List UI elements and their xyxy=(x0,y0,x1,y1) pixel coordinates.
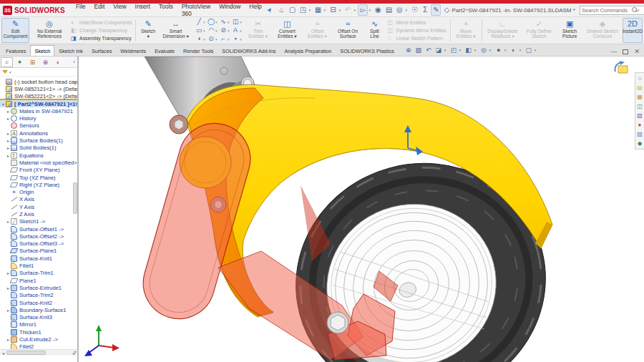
dot-dropdown-icon[interactable]: ▾ xyxy=(240,37,243,41)
expander-icon[interactable]: ▸ xyxy=(6,109,11,114)
zoom-to-area-icon[interactable]: ▧ xyxy=(414,47,423,54)
tab-evaluate[interactable]: Evaluate xyxy=(150,45,179,56)
apply-scene-icon[interactable]: ◐ xyxy=(509,47,518,54)
point-dropdown-icon[interactable]: ▾ xyxy=(215,37,218,41)
expander-icon[interactable]: ▸ xyxy=(6,131,11,136)
tree-item-sw-0852121-1-default[interactable]: SW-0852121<1> -> (Default) xyxy=(0,85,77,92)
design-library-icon[interactable]: ▦ xyxy=(635,92,644,102)
view-settings-icon[interactable]: ▢ xyxy=(525,47,533,54)
tree-item-surface-plane1[interactable]: Surface-Plane1 xyxy=(0,248,77,255)
text-icon[interactable]: A xyxy=(231,26,240,34)
tree-item-boundary-surface1[interactable]: ▸Boundary-Surface1 xyxy=(0,306,77,313)
apply-scene-dropdown-icon[interactable]: ▾ xyxy=(519,48,523,52)
split-line-button[interactable]: ∿Split Line xyxy=(364,18,384,43)
tab-sketch[interactable]: Sketch xyxy=(30,45,54,56)
configuration-manager-tab[interactable]: ⊞ xyxy=(26,57,39,67)
instant2d-button[interactable]: 2DInstant2D xyxy=(623,18,643,43)
zoom-to-fit-icon[interactable]: ⊕ xyxy=(404,47,413,54)
rectangle-icon[interactable]: ▭ xyxy=(195,26,203,34)
tree-horizontal-scrollbar[interactable]: ◂ ▸ xyxy=(0,349,77,356)
equations-button[interactable]: Σ xyxy=(420,5,430,15)
tree-item-plane1[interactable]: Plane1 xyxy=(0,277,77,284)
doc-restore-button[interactable] xyxy=(623,49,628,54)
tab-solidworks-plastics[interactable]: SOLIDWORKS Plastics xyxy=(336,45,398,56)
menu-help[interactable]: Help xyxy=(245,1,265,19)
ellipse-dropdown-icon[interactable]: ▾ xyxy=(228,29,230,33)
select-button[interactable]: ▻ xyxy=(358,4,368,16)
line-dropdown-icon[interactable]: ▾ xyxy=(203,20,206,24)
slot-icon[interactable]: ◖ xyxy=(195,35,203,43)
tree-item-cut-extrude2[interactable]: ▸Cut-Extrude2 -> xyxy=(0,336,77,343)
graphics-viewport[interactable]: ⌂▤▦◫▧●▨◆ xyxy=(79,57,644,362)
tree-item-equations[interactable]: ▸ΣEquations xyxy=(0,152,77,159)
view-orientation-dropdown-icon[interactable]: ▾ xyxy=(459,48,463,52)
menu-insert[interactable]: Insert xyxy=(132,1,154,19)
expander-icon[interactable]: ▸ xyxy=(6,285,11,290)
tree-item-z-axis[interactable]: Z Axis xyxy=(0,210,77,217)
expander-icon[interactable]: ▸ xyxy=(6,270,11,275)
save-dropdown-icon[interactable]: ▾ xyxy=(323,8,327,12)
tree-scroll-up-icon[interactable]: ▴ xyxy=(72,79,78,84)
tree-item-surface-bodies-1[interactable]: ▸Surface Bodies(1) xyxy=(0,137,77,144)
tree-item-sketch1[interactable]: ▸╱Sketch1 -> xyxy=(0,218,77,225)
menu-tools[interactable]: Tools xyxy=(155,1,177,19)
tree-item-surface-offset1[interactable]: Surface-Offset1 -> xyxy=(0,225,77,233)
tree-item-right-yz-plane[interactable]: Right (YZ Plane) xyxy=(0,181,77,188)
tree-item-fillet1[interactable]: Fillet1 xyxy=(0,262,77,269)
solidworks-resources-icon[interactable]: ▤ xyxy=(635,83,644,92)
tree-item-socket-button-head-cap-screw[interactable]: (-) socket button head cap screw xyxy=(0,78,77,85)
home-button[interactable]: ⌂ xyxy=(276,5,286,15)
search-dropdown-icon[interactable]: ▾ xyxy=(638,8,640,12)
tree-item-surface-extrude1[interactable]: ▸Surface-Extrude1 xyxy=(0,284,77,291)
filter-dropdown-icon[interactable]: ▾ xyxy=(9,70,11,74)
appearances-scenes-icon[interactable]: ● xyxy=(635,120,644,129)
spline-dropdown-icon[interactable]: ▾ xyxy=(228,20,230,24)
menu-photoview-360[interactable]: PhotoView 360 xyxy=(178,1,214,19)
slot-dropdown-icon[interactable]: ▾ xyxy=(203,37,206,41)
graphics-area[interactable] xyxy=(79,57,644,362)
offset-on-surface-button[interactable]: ≈Offset On Surface xyxy=(333,18,364,43)
tree-item-thicken1[interactable]: Thicken1 xyxy=(0,328,77,336)
open-dropdown-icon[interactable]: ▾ xyxy=(308,8,312,12)
menu-window[interactable]: Window xyxy=(215,1,244,19)
hide-show-items-dropdown-icon[interactable]: ▾ xyxy=(489,48,493,52)
file-properties-button[interactable]: ▤ xyxy=(384,5,394,15)
tree-item-top-xz-plane[interactable]: Top (XZ Plane) xyxy=(0,174,77,181)
display-style-icon[interactable]: ◧ xyxy=(464,47,473,54)
point-icon[interactable]: ⊙ xyxy=(207,35,215,43)
tree-item-front-xy-plane[interactable]: Front (XY Plane) xyxy=(0,167,77,174)
featuremanager-design-tree-tab[interactable]: ≡ xyxy=(1,57,13,67)
tab-analysis-preparation[interactable]: Analysis Preparation xyxy=(280,45,336,56)
tree-item-part2-sw-0847921-1-de[interactable]: ▾[ Part2^SW-0847921 ]<1> -> (De xyxy=(0,100,77,107)
confirmation-corner-exit-icon[interactable] xyxy=(613,60,631,76)
tree-item-surface-offset2[interactable]: Surface-Offset2 -> xyxy=(0,233,77,240)
tree-item-surface-offset3[interactable]: Surface-Offset3 -> xyxy=(0,240,77,248)
text-dropdown-icon[interactable]: ▾ xyxy=(240,29,243,33)
options-button[interactable]: ◎ xyxy=(394,5,404,15)
select-dropdown-icon[interactable]: ▾ xyxy=(369,8,372,12)
save-button[interactable]: ▦ xyxy=(313,5,323,15)
section-view-dropdown-icon[interactable]: ▾ xyxy=(444,48,448,52)
display-manager-tab[interactable]: ◐ xyxy=(52,57,64,67)
tape-measure-button[interactable]: ◇ xyxy=(441,5,452,15)
tree-item-surface-trim2[interactable]: Surface-Trim2 xyxy=(0,292,77,299)
no-external-references-button[interactable]: ◎No External References xyxy=(31,18,68,43)
custom-properties-icon[interactable]: ▨ xyxy=(635,129,644,139)
view-settings-dropdown-icon[interactable]: ▾ xyxy=(535,48,538,52)
tree-item-sensors[interactable]: Sensors xyxy=(0,122,77,129)
tree-item-origin[interactable]: ⌖Origin xyxy=(0,188,77,195)
display-style-dropdown-icon[interactable]: ▾ xyxy=(474,48,478,52)
solidworks-forum-icon[interactable]: ◆ xyxy=(635,139,644,148)
dimxpert-manager-tab[interactable]: ⊕ xyxy=(39,57,52,67)
tree-item-surface-trim1[interactable]: ▸Surface-Trim1 xyxy=(0,270,77,277)
new-document-button[interactable]: ▢ xyxy=(287,5,297,15)
file-explorer-icon[interactable]: ◫ xyxy=(635,102,644,111)
mouse-gestures-button[interactable]: ☉ xyxy=(409,5,419,15)
tree-item-material-not-specified[interactable]: Material <not specified> xyxy=(0,159,77,166)
expander-icon[interactable]: ▸ xyxy=(6,145,11,150)
expander-icon[interactable]: ▾ xyxy=(1,102,6,107)
view-palette-icon[interactable]: ▧ xyxy=(635,111,644,120)
home-icon[interactable]: ⌂ xyxy=(635,74,644,83)
menu-view[interactable]: View xyxy=(109,1,130,19)
spline-icon[interactable]: ∿ xyxy=(219,18,228,26)
